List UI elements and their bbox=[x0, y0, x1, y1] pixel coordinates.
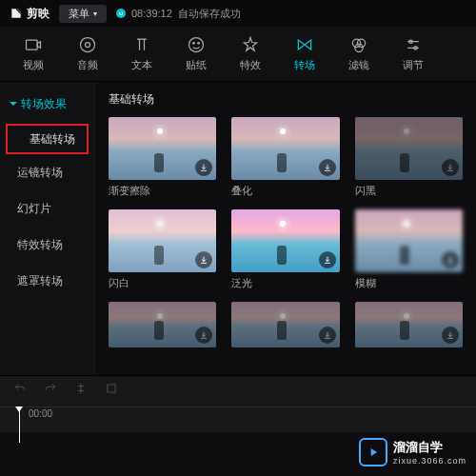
tab-label: 特效 bbox=[240, 58, 261, 72]
sidebar-header[interactable]: 转场效果 bbox=[0, 88, 94, 120]
tab-audio[interactable]: 音频 bbox=[60, 35, 114, 72]
main-area: 转场效果 基础转场运镜转场幻灯片特效转场遮罩转场 基础转场 渐变擦除叠化闪黑闪白… bbox=[0, 82, 476, 387]
svg-rect-11 bbox=[108, 385, 115, 392]
play-icon bbox=[359, 438, 387, 466]
thumbnail-label: 叠化 bbox=[231, 184, 339, 198]
tab-label: 滤镜 bbox=[348, 58, 369, 72]
thumbnail[interactable] bbox=[355, 209, 463, 272]
transition-item[interactable]: 叠化 bbox=[231, 117, 339, 198]
split-icon[interactable] bbox=[74, 382, 88, 399]
autosave-status: 08:39:12 自动保存成功 bbox=[116, 7, 241, 21]
tab-video[interactable]: 视频 bbox=[6, 35, 60, 72]
thumbnail[interactable] bbox=[355, 302, 463, 347]
transition-item[interactable]: 闪黑 bbox=[355, 117, 463, 198]
menu-dropdown[interactable]: 菜单 ▾ bbox=[59, 5, 107, 23]
app-name: 剪映 bbox=[27, 6, 50, 22]
sidebar-item[interactable]: 特效转场 bbox=[0, 228, 94, 261]
adjust-icon bbox=[404, 35, 423, 54]
sidebar-item[interactable]: 运镜转场 bbox=[0, 156, 94, 188]
tab-sticker[interactable]: 贴纸 bbox=[169, 35, 223, 72]
thumbnail-grid: 渐变擦除叠化闪黑闪白泛光模糊 bbox=[109, 117, 463, 347]
download-icon[interactable] bbox=[195, 159, 212, 176]
download-icon[interactable] bbox=[442, 327, 459, 344]
svg-rect-0 bbox=[26, 40, 37, 50]
tab-adjust[interactable]: 调节 bbox=[386, 35, 440, 72]
filter-icon bbox=[349, 35, 368, 54]
thumbnail-label: 闪黑 bbox=[355, 184, 463, 198]
watermark-url: zixue.3066.com bbox=[393, 456, 466, 466]
tab-label: 转场 bbox=[294, 58, 315, 72]
download-icon[interactable] bbox=[195, 327, 212, 344]
transition-item[interactable]: 泛光 bbox=[231, 209, 339, 290]
thumbnail-label: 模糊 bbox=[355, 276, 463, 290]
video-icon bbox=[24, 35, 43, 54]
transition-item[interactable]: 渐变擦除 bbox=[109, 117, 216, 198]
thumbnail[interactable] bbox=[109, 209, 216, 272]
chevron-down-icon: ▾ bbox=[93, 10, 97, 18]
svg-point-1 bbox=[80, 38, 94, 52]
autosave-time: 08:39:12 bbox=[131, 8, 172, 19]
autosave-spinner-icon bbox=[116, 9, 126, 18]
download-icon[interactable] bbox=[442, 159, 459, 176]
thumbnail-label: 渐变擦除 bbox=[109, 184, 216, 198]
tab-text[interactable]: 文本 bbox=[114, 35, 169, 72]
tab-label: 视频 bbox=[23, 58, 44, 72]
thumbnail-label: 泛光 bbox=[231, 276, 339, 290]
text-icon bbox=[132, 35, 151, 54]
watermark: 溜溜自学 zixue.3066.com bbox=[359, 438, 466, 466]
thumbnail[interactable] bbox=[231, 302, 339, 347]
tab-transition[interactable]: 转场 bbox=[277, 35, 331, 72]
thumbnail-label: 闪白 bbox=[109, 276, 216, 290]
transition-item[interactable]: 闪白 bbox=[109, 209, 216, 290]
tab-label: 文本 bbox=[131, 58, 152, 72]
autosave-text: 自动保存成功 bbox=[178, 7, 241, 21]
playhead[interactable] bbox=[19, 407, 20, 443]
effect-icon bbox=[241, 35, 260, 54]
app-logo: 剪映 bbox=[10, 6, 50, 22]
svg-point-5 bbox=[197, 43, 199, 45]
thumbnail[interactable] bbox=[355, 117, 463, 180]
titlebar: 剪映 菜单 ▾ 08:39:12 自动保存成功 bbox=[0, 0, 476, 27]
content-panel: 基础转场 渐变擦除叠化闪黑闪白泛光模糊 bbox=[95, 82, 476, 387]
menu-label: 菜单 bbox=[69, 7, 89, 21]
download-icon[interactable] bbox=[442, 251, 459, 268]
svg-point-7 bbox=[357, 39, 365, 47]
time-label: 00:00 bbox=[29, 408, 52, 419]
thumbnail[interactable] bbox=[231, 117, 339, 180]
thumbnail[interactable] bbox=[231, 209, 339, 272]
transition-item[interactable]: 模糊 bbox=[355, 209, 463, 290]
svg-point-8 bbox=[354, 44, 362, 51]
main-toolbar: 视频音频文本贴纸特效转场滤镜调节 bbox=[0, 27, 476, 82]
download-icon[interactable] bbox=[195, 251, 212, 268]
sidebar-item[interactable]: 基础转场 bbox=[6, 124, 89, 154]
timeline-tools bbox=[0, 376, 476, 405]
sidebar-item[interactable]: 遮罩转场 bbox=[0, 265, 94, 297]
tab-effect[interactable]: 特效 bbox=[223, 35, 277, 72]
download-icon[interactable] bbox=[319, 251, 336, 268]
sticker-icon bbox=[187, 35, 206, 54]
sidebar-item[interactable]: 幻灯片 bbox=[0, 192, 94, 225]
crop-icon[interactable] bbox=[105, 382, 118, 399]
undo-icon[interactable] bbox=[13, 382, 27, 399]
timeline-ruler[interactable]: 00:00 bbox=[0, 407, 476, 424]
svg-point-2 bbox=[85, 43, 89, 48]
svg-point-3 bbox=[188, 38, 203, 52]
thumbnail[interactable] bbox=[109, 302, 216, 347]
redo-icon[interactable] bbox=[44, 382, 57, 399]
tab-label: 音频 bbox=[77, 58, 98, 72]
download-icon[interactable] bbox=[319, 327, 336, 344]
tab-filter[interactable]: 滤镜 bbox=[331, 35, 386, 72]
transition-item[interactable] bbox=[355, 302, 463, 347]
audio-icon bbox=[78, 35, 97, 54]
tab-label: 贴纸 bbox=[186, 58, 207, 72]
tab-label: 调节 bbox=[403, 58, 424, 72]
section-title: 基础转场 bbox=[109, 91, 463, 108]
transition-item[interactable] bbox=[109, 302, 216, 347]
thumbnail[interactable] bbox=[109, 117, 216, 180]
timeline[interactable]: 00:00 bbox=[0, 375, 476, 432]
sidebar: 转场效果 基础转场运镜转场幻灯片特效转场遮罩转场 bbox=[0, 82, 95, 387]
transition-icon bbox=[295, 35, 314, 54]
transition-item[interactable] bbox=[231, 302, 339, 347]
watermark-brand: 溜溜自学 bbox=[393, 440, 443, 454]
download-icon[interactable] bbox=[319, 159, 336, 176]
